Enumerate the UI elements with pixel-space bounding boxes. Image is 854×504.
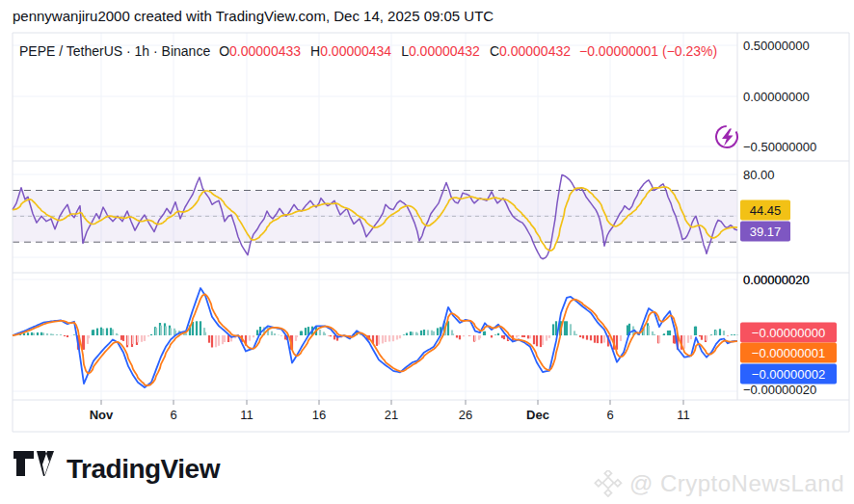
- macd-histogram-bar: [120, 335, 122, 340]
- macd-histogram-bar: [185, 333, 187, 335]
- macd-histogram-bar: [399, 335, 401, 338]
- macd-histogram-bar: [463, 335, 465, 336]
- macd-histogram-bar: [663, 333, 665, 335]
- tradingview-logo[interactable]: TradingView: [13, 451, 220, 487]
- macd-histogram-bar: [274, 333, 276, 335]
- macd-histogram-bar: [690, 335, 692, 339]
- macd-histogram-bar: [540, 335, 542, 347]
- macd-histogram-bar: [546, 335, 547, 341]
- macd-histogram-bar: [117, 334, 119, 335]
- macd-histogram-bar: [83, 335, 85, 350]
- chart-plot-area[interactable]: [0, 0, 854, 504]
- macd-histogram-bar: [474, 335, 476, 341]
- macd-histogram-bar: [701, 335, 703, 340]
- macd-histogram-bar: [155, 328, 157, 335]
- macd-histogram-bar: [706, 335, 707, 341]
- macd-histogram-bar: [385, 335, 387, 342]
- macd-histogram-bar: [574, 331, 575, 335]
- macd-histogram-bar: [256, 330, 258, 335]
- macd-histogram-bar: [586, 335, 588, 340]
- axis-tick-label: 0.00000000: [743, 90, 810, 104]
- macd-histogram-bar: [33, 332, 35, 335]
- axis-value-badge: 44.45: [740, 200, 790, 221]
- macd-histogram-bar: [564, 321, 566, 335]
- macd-histogram-bar: [620, 335, 622, 341]
- axis-value-badge: −0.00000001: [740, 343, 837, 363]
- macd-histogram-bar: [594, 335, 596, 343]
- macd-histogram-bar: [484, 332, 486, 335]
- macd-histogram-bar: [433, 332, 435, 335]
- macd-histogram-bar: [141, 335, 143, 342]
- ohlc-item: O0.00000433: [219, 43, 301, 59]
- macd-histogram-bar: [319, 330, 321, 335]
- symbol-interval-exchange[interactable]: PEPE / TetherUS · 1h · Binance: [19, 43, 210, 59]
- time-tick-label: 11: [677, 408, 690, 422]
- symbol-title-row: PEPE / TetherUS · 1h · Binance O0.000004…: [19, 43, 717, 59]
- macd-histogram-bar: [218, 335, 220, 346]
- macd-histogram-bar: [301, 332, 303, 335]
- macd-histogram-bar: [494, 334, 496, 335]
- macd-histogram-bar: [579, 335, 581, 337]
- watermark-diamond-icon: [594, 470, 623, 497]
- macd-histogram-bar: [479, 335, 481, 338]
- macd-histogram-bar: [683, 335, 685, 349]
- macd-histogram-bar: [715, 331, 717, 335]
- macd-histogram-bar: [132, 335, 134, 344]
- macd-histogram-bar: [582, 335, 584, 338]
- macd-histogram-bar: [590, 335, 592, 340]
- macd-histogram-bar: [392, 335, 394, 341]
- macd-histogram-bar: [67, 335, 68, 337]
- macd-histogram-bar: [165, 327, 167, 336]
- macd-histogram-bar: [521, 335, 523, 337]
- macd-histogram-bar: [416, 333, 418, 335]
- macd-histogram-bar: [137, 335, 139, 342]
- macd-histogram-bar: [469, 335, 471, 336]
- macd-histogram-bar: [376, 335, 378, 346]
- macd-histogram-bar: [597, 335, 599, 343]
- watermark: @ CryptoNewsLand: [594, 470, 844, 497]
- macd-histogram-bar: [723, 331, 725, 335]
- macd-histogram-bar: [491, 335, 493, 337]
- macd-histogram-bar: [224, 335, 226, 342]
- tradingview-wordmark: TradingView: [67, 454, 220, 485]
- macd-histogram-bar: [211, 335, 213, 348]
- macd-histogram-bar: [652, 332, 654, 335]
- macd-histogram-bar: [52, 334, 54, 335]
- axis-tick-label: −0.00000020: [743, 383, 816, 397]
- macd-histogram-bar: [37, 332, 39, 335]
- macd-histogram-bar: [334, 335, 335, 339]
- macd-histogram-bar: [46, 333, 48, 335]
- macd-histogram-bar: [699, 335, 701, 336]
- axis-value-badge: −0.00000000: [740, 323, 837, 343]
- macd-histogram-bar: [127, 335, 129, 345]
- macd-histogram-bar: [423, 330, 425, 335]
- macd-histogram-bar: [648, 326, 650, 335]
- macd-histogram-bar: [459, 335, 461, 339]
- watermark-text: @ CryptoNewsLand: [629, 470, 844, 497]
- macd-histogram-bar: [667, 331, 669, 335]
- macd-histogram-bar: [150, 334, 152, 335]
- ohlc-item: C0.00000432: [490, 43, 571, 59]
- macd-histogram-bar: [412, 332, 414, 335]
- price-change: −0.00000001 (−0.23%): [579, 43, 717, 59]
- macd-histogram-bar: [529, 335, 531, 338]
- macd-histogram-bar: [110, 328, 112, 335]
- macd-histogram-bar: [200, 321, 201, 335]
- macd-histogram-bar: [196, 321, 198, 335]
- macd-histogram-bar: [378, 335, 380, 345]
- macd-histogram-bar: [501, 335, 503, 338]
- axis-tick-label: 0.50000000: [743, 39, 810, 53]
- macd-histogram-bar: [330, 335, 332, 336]
- time-tick-label: 6: [170, 408, 176, 422]
- macd-histogram-bar: [324, 333, 326, 335]
- macd-histogram-bar: [112, 330, 114, 335]
- macd-histogram-bar: [64, 335, 66, 336]
- macd-histogram-bar: [170, 329, 172, 336]
- macd-histogram-bar: [96, 329, 98, 335]
- ohlc-values: O0.00000433H0.00000434L0.00000432C0.0000…: [219, 43, 571, 59]
- axis-tick-label: 80.00: [743, 168, 775, 182]
- macd-histogram-bar: [600, 335, 602, 343]
- time-tick-label: 11: [240, 408, 254, 422]
- macd-histogram-bar: [542, 335, 544, 345]
- macd-histogram-bar: [40, 332, 42, 335]
